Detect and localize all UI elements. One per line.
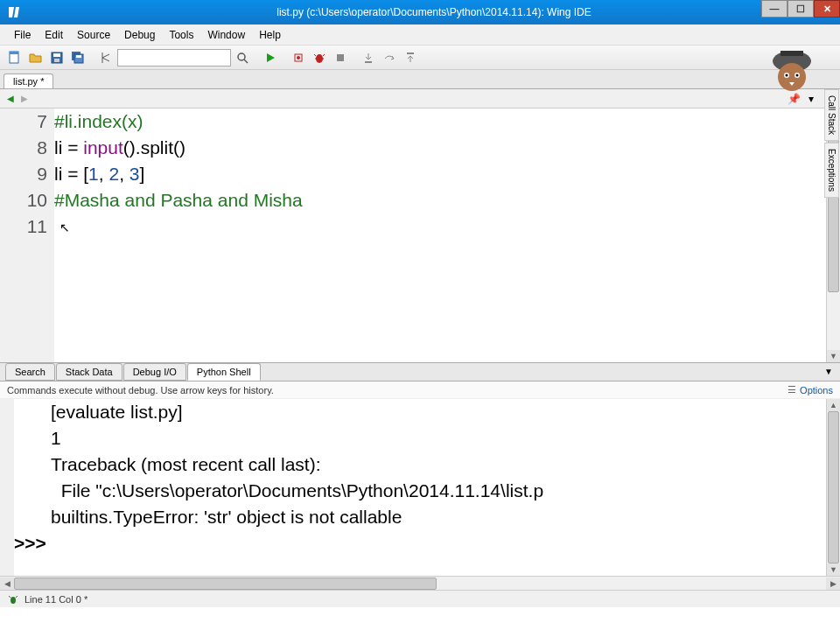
debug-target-button[interactable] (289, 48, 308, 67)
new-file-button[interactable] (5, 48, 24, 67)
svg-rect-4 (54, 59, 60, 62)
titlebar: list.py (c:\Users\operator\Documents\Pyt… (0, 0, 840, 24)
scroll-up-button[interactable]: ▲ (827, 399, 840, 411)
svg-rect-16 (337, 54, 344, 61)
tab-search[interactable]: Search (5, 363, 55, 381)
editor-nav: ◀ ▶ 📌 ▾ ✖ (0, 89, 840, 108)
statusbar: Line 11 Col 0 * (0, 590, 840, 607)
svg-point-24 (786, 74, 788, 77)
side-tab-callstack[interactable]: Call Stack (824, 89, 839, 141)
goto-button[interactable] (96, 48, 116, 67)
svg-point-26 (10, 597, 16, 604)
minimize-button[interactable]: — (761, 0, 788, 18)
menu-file[interactable]: File (7, 26, 38, 44)
search-button[interactable] (233, 48, 252, 67)
line-gutter: 7 8 9 10 11 (0, 108, 54, 362)
svg-rect-20 (780, 51, 803, 56)
search-input[interactable] (117, 49, 231, 66)
svg-line-13 (314, 54, 316, 56)
nav-forward-button[interactable]: ▶ (18, 92, 32, 106)
scroll-down-button[interactable]: ▼ (827, 350, 840, 362)
hscroll-thumb[interactable] (14, 578, 437, 590)
svg-point-21 (778, 63, 806, 91)
tab-stack-data[interactable]: Stack Data (56, 363, 122, 381)
shell-hint-bar: Commands execute without debug. Use arro… (0, 382, 840, 399)
nav-back-button[interactable]: ◀ (4, 92, 18, 106)
options-link[interactable]: Options (800, 385, 833, 396)
status-text: Line 11 Col 0 * (24, 594, 88, 605)
scroll-thumb[interactable] (828, 411, 839, 564)
shell-vscrollbar[interactable]: ▲ ▼ (826, 399, 840, 576)
svg-point-25 (796, 74, 799, 77)
svg-point-11 (297, 56, 300, 60)
step-into-button[interactable] (359, 48, 378, 67)
side-tabs: Call Stack Exceptions (824, 89, 840, 200)
step-out-button[interactable] (401, 48, 420, 67)
shell-output[interactable]: [evaluate list.py]1Traceback (most recen… (14, 399, 826, 576)
scroll-right-button[interactable]: ▶ (826, 578, 840, 590)
mascot-icon (761, 42, 822, 94)
menu-help[interactable]: Help (252, 26, 288, 44)
python-shell: [evaluate list.py]1Traceback (most recen… (0, 399, 840, 576)
menu-source[interactable]: Source (70, 26, 117, 44)
line-number: 10 (0, 187, 47, 214)
menu-tools[interactable]: Tools (162, 26, 200, 44)
svg-rect-17 (365, 61, 372, 63)
debug-bug-button[interactable] (310, 48, 329, 67)
file-tab[interactable]: list.py * (4, 74, 53, 88)
file-tab-strip: list.py * (0, 70, 840, 89)
tab-python-shell[interactable]: Python Shell (187, 363, 261, 381)
cursor-icon: ↖ (60, 220, 70, 234)
line-number: 9 (0, 161, 47, 187)
scroll-down-button[interactable]: ▼ (827, 564, 840, 576)
status-bug-icon (7, 593, 19, 606)
close-button[interactable]: ✕ (814, 0, 840, 18)
app-icon (7, 5, 21, 19)
window-title: list.py (c:\Users\operator\Documents\Pyt… (28, 6, 840, 18)
menu-edit[interactable]: Edit (38, 26, 70, 44)
side-tab-exceptions[interactable]: Exceptions (824, 143, 839, 198)
shell-gutter (0, 399, 14, 576)
menubar: File Edit Source Debug Tools Window Help (0, 24, 840, 46)
save-button[interactable] (47, 48, 66, 67)
window-controls: — ☐ ✕ (761, 0, 840, 18)
shell-hscrollbar[interactable]: ◀ ▶ (0, 576, 840, 590)
svg-rect-3 (53, 53, 60, 57)
options-icon: ☰ (788, 384, 796, 396)
stop-button[interactable] (331, 48, 350, 67)
line-number: 11 (0, 214, 47, 240)
menu-window[interactable]: Window (200, 26, 252, 44)
shell-hint: Commands execute without debug. Use arro… (7, 385, 274, 396)
svg-line-27 (9, 596, 10, 598)
bottom-tab-strip: Search Stack Data Debug I/O Python Shell… (0, 362, 840, 382)
run-button[interactable] (261, 48, 280, 67)
svg-point-8 (238, 53, 245, 60)
editor: 7 8 9 10 11 #li.index(x)li = input().spl… (0, 108, 840, 362)
svg-line-28 (16, 596, 18, 598)
svg-rect-18 (407, 52, 414, 54)
step-over-button[interactable] (380, 48, 399, 67)
line-number: 8 (0, 135, 47, 161)
toolbar (0, 46, 840, 70)
menu-debug[interactable]: Debug (117, 26, 162, 44)
open-file-button[interactable] (26, 48, 46, 67)
svg-rect-7 (76, 55, 81, 58)
svg-line-9 (244, 60, 248, 63)
tabs-dropdown-icon[interactable]: ▼ (824, 367, 833, 376)
svg-rect-1 (10, 52, 18, 54)
maximize-button[interactable]: ☐ (788, 0, 814, 18)
save-all-button[interactable] (68, 48, 88, 67)
tab-debug-io[interactable]: Debug I/O (123, 363, 186, 381)
svg-line-14 (323, 54, 325, 56)
scroll-left-button[interactable]: ◀ (0, 578, 14, 590)
code-area[interactable]: #li.index(x)li = input().split()li = [1,… (54, 108, 826, 362)
line-number: 7 (0, 108, 47, 135)
